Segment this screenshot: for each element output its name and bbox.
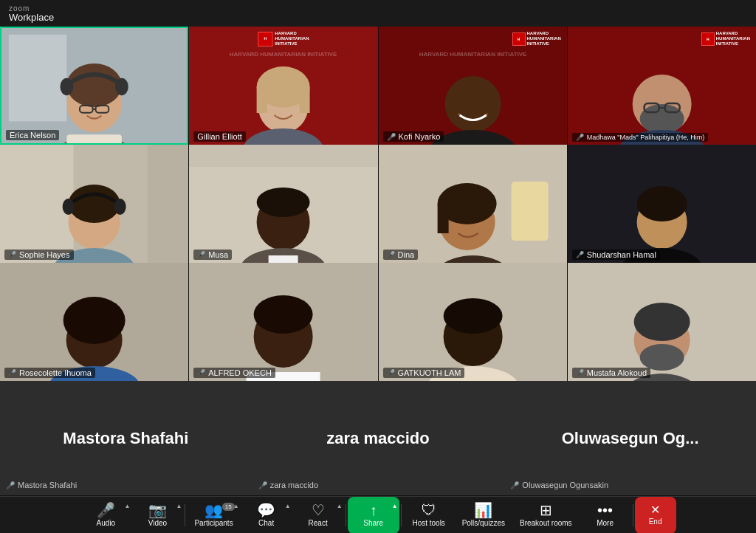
name-label-shudarshan: 🎤 Shudarshan Hamal [572, 250, 660, 260]
avatar-cell-zara[interactable]: zara maccido 🎤 zara maccido [252, 381, 504, 495]
svg-rect-34 [0, 145, 74, 263]
svg-rect-18 [300, 87, 310, 113]
avatar-display-name-oluwasegun: Oluwasegun Og... [562, 429, 699, 448]
video-cell-alfred-okech[interactable]: 🎤 ALFRED OKECH [189, 263, 377, 381]
name-text-kofi: Kofi Nyarko [399, 132, 441, 141]
mic-icon: 🎤 [97, 503, 115, 517]
svg-rect-2 [9, 35, 67, 122]
name-text-mustafa: Mustafa Alokoud [587, 368, 647, 377]
more-button[interactable]: ••• More [580, 497, 631, 534]
video-cell-sophie-hayes[interactable]: 🎤 Sophie Hayes [0, 145, 188, 263]
audio-caret[interactable]: ▲ [124, 503, 130, 509]
video-caret[interactable]: ▲ [176, 503, 182, 509]
video-area: Erica Nelson HARVARD HUMANITARIAN INITIA… [0, 27, 756, 496]
video-cell-dina[interactable]: 🎤 Dina [379, 145, 567, 263]
participants-button[interactable]: ▲ 15 👥 Participants [187, 497, 240, 534]
toolbar: ▲ 🎤 Audio ▲ 📷 Video ▲ 15 👥 Participants … [0, 496, 756, 533]
video-row-2: 🎤 Sophie Hayes 🎤 Musa [0, 145, 756, 263]
react-caret[interactable]: ▲ [337, 503, 343, 509]
name-text-alfred: ALFRED OKECH [208, 368, 272, 377]
end-button[interactable]: ✕ End [635, 497, 676, 534]
share-button[interactable]: ▲ ↑ Share [348, 497, 399, 534]
video-cell-rosecolette-ihuoma[interactable]: 🎤 Rosecolette Ihuoma [0, 263, 188, 381]
name-label-mustafa: 🎤 Mustafa Alokoud [572, 368, 650, 378]
end-label: End [649, 517, 662, 526]
name-text-gillian: Gillian Elliott [197, 132, 242, 141]
divider-3 [401, 504, 402, 526]
name-text-erica: Erica Nelson [10, 131, 55, 140]
svg-point-69 [254, 295, 313, 334]
name-label-erica: Erica Nelson [6, 130, 59, 140]
svg-point-40 [114, 199, 126, 215]
svg-point-38 [69, 185, 120, 223]
host-tools-icon: 🛡 [422, 503, 436, 517]
svg-rect-48 [269, 255, 298, 263]
title-bar: zoom Workplace [0, 0, 756, 27]
video-cell-madhawa[interactable]: H HARVARDHUMANITARIANINITIATIVE 🎤 Madhaw… [568, 27, 756, 145]
svg-rect-11 [66, 134, 122, 143]
svg-point-23 [444, 76, 501, 132]
zoom-text: zoom [9, 5, 54, 13]
svg-rect-50 [511, 182, 548, 241]
avatar-cell-mastora[interactable]: Mastora Shafahi 🎤 Mastora Shafahi [0, 381, 252, 495]
video-cell-erica-nelson[interactable]: Erica Nelson [0, 27, 188, 145]
svg-rect-17 [257, 87, 267, 113]
svg-point-58 [636, 186, 687, 221]
end-icon: ✕ [650, 504, 660, 516]
video-cell-gatkuoth-lam[interactable]: 🎤 GATKUOTH LAM [379, 263, 567, 381]
host-tools-button[interactable]: 🛡 Host tools [403, 497, 455, 534]
video-cell-gillian-elliott[interactable]: HARVARD HUMANITARIAN INITIATIVE H HARVAR… [189, 27, 377, 145]
avatar-cell-oluwasegun[interactable]: Oluwasegun Og... 🎤 Oluwasegun Ogunsakin [504, 381, 756, 495]
video-row-1: Erica Nelson HARVARD HUMANITARIAN INITIA… [0, 27, 756, 145]
name-label-sophie: 🎤 Sophie Hayes [4, 250, 74, 260]
svg-point-74 [443, 298, 502, 334]
polls-button[interactable]: 📊 Polls/quizzes [455, 497, 512, 534]
zoom-logo: zoom Workplace [9, 5, 54, 22]
svg-point-6 [60, 78, 73, 96]
svg-point-7 [115, 78, 128, 96]
name-label-musa: 🎤 Musa [193, 250, 232, 260]
harvard-badge-madhawa: H HARVARDHUMANITARIANINITIATIVE [701, 31, 750, 47]
participants-count-badge: 15 [222, 503, 235, 511]
name-text-musa: Musa [208, 250, 228, 259]
share-label: Share [363, 519, 383, 527]
share-caret[interactable]: ▲ [392, 503, 398, 509]
video-cell-mustafa-alokoud[interactable]: 🎤 Mustafa Alokoud [568, 263, 756, 381]
audio-label: Audio [97, 519, 116, 527]
svg-text:HARVARD HUMANITARIAN INITIATIV: HARVARD HUMANITARIAN INITIATIVE [419, 51, 526, 58]
workplace-text: Workplace [9, 13, 54, 22]
name-text-gatkuoth: GATKUOTH LAM [398, 368, 461, 377]
participants-label: Participants [194, 519, 233, 527]
video-button[interactable]: ▲ 📷 Video [131, 497, 183, 534]
breakout-button[interactable]: ⊞ Breakout rooms [512, 497, 580, 534]
camera-icon: 📷 [148, 503, 167, 517]
divider-4 [633, 504, 633, 526]
react-button[interactable]: ▲ ♡ React [292, 497, 344, 534]
svg-point-80 [633, 303, 690, 341]
chat-caret[interactable]: ▲ [285, 503, 291, 509]
video-cell-musa[interactable]: 🎤 Musa [189, 145, 377, 263]
name-text-shudarshan: Shudarshan Hamal [587, 250, 656, 259]
name-label-madhawa: 🎤 Madhawa "Mads" Palihapitiya (He, Him) [572, 133, 708, 142]
polls-icon: 📊 [474, 503, 492, 517]
svg-rect-54 [437, 204, 448, 233]
chat-button[interactable]: ▲ 💬 Chat [241, 497, 292, 534]
svg-point-79 [639, 344, 684, 371]
video-cell-kofi-nyarko[interactable]: HARVARD HUMANITARIAN INITIATIVE H HARVAR… [379, 27, 567, 145]
svg-point-39 [63, 199, 75, 215]
more-icon: ••• [597, 503, 613, 517]
video-cell-shudarshan-hamal[interactable]: 🎤 Shudarshan Hamal [568, 145, 756, 263]
host-tools-label: Host tools [412, 519, 444, 527]
more-label: More [597, 519, 614, 527]
audio-button[interactable]: ▲ 🎤 Audio [80, 497, 131, 534]
avatar-bottom-name-zara: 🎤 zara maccido [258, 481, 318, 489]
svg-point-46 [257, 188, 310, 217]
avatar-display-name-zara: zara maccido [326, 429, 429, 448]
divider-1 [185, 504, 185, 526]
video-row-3: 🎤 Rosecolette Ihuoma 🎤 ALFRED OKECH [0, 263, 756, 381]
svg-point-5 [66, 63, 122, 107]
name-label-rosecolette: 🎤 Rosecolette Ihuoma [4, 368, 95, 378]
name-label-alfred: 🎤 ALFRED OKECH [193, 368, 275, 378]
polls-label: Polls/quizzes [462, 519, 505, 527]
avatar-display-name-mastora: Mastora Shafahi [63, 429, 188, 448]
